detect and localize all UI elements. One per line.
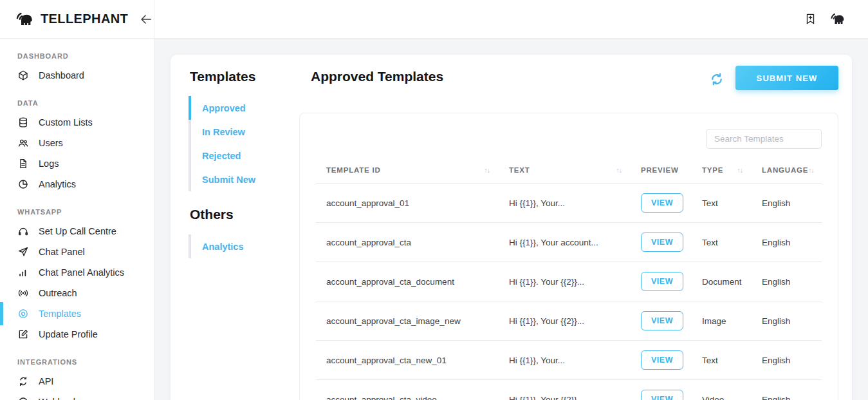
sidebar-item-outreach[interactable]: Outreach (0, 283, 154, 303)
sidebar-item-label: Outreach (39, 288, 77, 298)
elephant-logo-icon (15, 10, 35, 29)
topbar: TELLEPHANT (0, 0, 868, 39)
main-area: Templates Approved In Review Rejected Su… (154, 39, 868, 400)
cell-template-id: account_approval_cta (316, 238, 499, 247)
sidebar-item-api[interactable]: API (0, 371, 154, 392)
subnav-submit-new[interactable]: Submit New (189, 167, 298, 191)
table-row: account_approval_cta_image_new Hi {{1}},… (316, 301, 822, 341)
cell-type: Image (692, 316, 752, 326)
sidebar-item-label: Dashboard (39, 70, 84, 81)
headset-icon (17, 225, 29, 237)
sidebar-item-label: Chat Panel (39, 247, 85, 257)
column-header-text[interactable]: TEXT ↑↓ (499, 166, 631, 174)
sidebar-item-label: Custom Lists (39, 117, 93, 128)
view-button[interactable]: VIEW (641, 390, 683, 400)
topbar-actions (804, 11, 868, 27)
sidebar-item-custom-lists[interactable]: Custom Lists (0, 112, 154, 133)
sort-icon: ↑↓ (616, 166, 622, 174)
templates-card: Templates Approved In Review Rejected Su… (171, 55, 852, 400)
table-row: account_approval_cta_video Hi {{1}}. You… (316, 380, 822, 400)
sidebar-item-label: Set Up Call Centre (39, 226, 116, 236)
view-button[interactable]: VIEW (641, 233, 683, 252)
bookmark-add-icon[interactable] (804, 12, 817, 26)
column-header-template-id[interactable]: TEMPLATE ID ↑↓ (316, 166, 499, 174)
templates-table-panel: TEMPLATE ID ↑↓ TEXT ↑↓ PREVIEW TYPE ↑↓ (299, 113, 838, 400)
brand-name: TELLEPHANT (41, 12, 128, 26)
sidebar-item-update-profile[interactable]: Update Profile (0, 324, 154, 345)
column-header-type[interactable]: TYPE ↑↓ (692, 166, 752, 174)
sidebar-item-label: Logs (39, 158, 59, 169)
sort-icon: ↑↓ (737, 166, 743, 174)
table-row: account_approval_cta_new_01 Hi {{1}}, Yo… (316, 341, 822, 380)
column-header-preview: PREVIEW (631, 166, 692, 174)
page-title: Approved Templates (311, 69, 443, 84)
broadcast-icon (17, 287, 29, 299)
table-row: account_approval_cta Hi {{1}}, Your acco… (316, 223, 822, 262)
templates-subnav: Approved In Review Rejected Submit New (189, 96, 298, 191)
subnav-analytics[interactable]: Analytics (189, 234, 298, 258)
view-button[interactable]: VIEW (641, 350, 683, 370)
sidebar-section-integrations: INTEGRATIONS (0, 358, 154, 366)
others-subnav: Analytics (189, 234, 298, 258)
sidebar-item-label: Analytics (39, 179, 76, 189)
sort-icon: ↑↓ (485, 166, 490, 174)
subnav-in-review[interactable]: In Review (189, 120, 298, 144)
sync-icon (17, 376, 29, 387)
cell-text: Hi {{1}}, Your {{2}}... (499, 316, 631, 326)
cell-text: Hi {{1}}, Your... (499, 198, 631, 208)
users-icon (17, 137, 29, 149)
refresh-icon (708, 71, 725, 88)
refresh-button[interactable] (708, 70, 728, 89)
table-row: account_approval_01 Hi {{1}}, Your... VI… (316, 184, 822, 223)
column-header-language[interactable]: LANGUAGE ↑↓ (752, 166, 823, 174)
pie-chart-icon (17, 178, 29, 190)
sidebar-item-logs[interactable]: Logs (0, 153, 154, 174)
elephant-avatar-icon[interactable] (830, 11, 846, 27)
search-input[interactable] (706, 129, 822, 149)
sidebar-item-label: Webhooks (39, 397, 82, 400)
cell-type: Video (692, 395, 752, 400)
sidebar-item-chat-panel-analytics[interactable]: Chat Panel Analytics (0, 262, 154, 283)
cell-text: Hi {{1}}, Your... (499, 356, 631, 365)
sidebar-item-templates[interactable]: Templates (0, 303, 154, 324)
cell-language: English (752, 356, 822, 365)
back-arrow-icon[interactable] (139, 12, 153, 26)
sidebar-item-users[interactable]: Users (0, 133, 154, 153)
subnav-rejected[interactable]: Rejected (189, 144, 298, 167)
send-icon (17, 246, 29, 258)
search-box (706, 129, 822, 149)
sidebar-item-set-up-call-centre[interactable]: Set Up Call Centre (0, 221, 154, 242)
cell-type: Document (692, 277, 752, 287)
cell-template-id: account_approval_cta_document (316, 277, 499, 287)
cell-language: English (752, 238, 822, 247)
cell-template-id: account_approval_01 (316, 198, 499, 208)
sidebar-item-webhooks[interactable]: Webhooks (0, 392, 154, 400)
sidebar-item-chat-panel[interactable]: Chat Panel (0, 242, 154, 262)
cell-language: English (752, 198, 822, 208)
templates-table: TEMPLATE ID ↑↓ TEXT ↑↓ PREVIEW TYPE ↑↓ (316, 157, 822, 400)
sidebar-item-dashboard[interactable]: Dashboard (0, 65, 154, 86)
cell-type: Text (692, 198, 752, 208)
sidebar-section-whatsapp: WHATSAPP (0, 208, 154, 216)
cell-text: Hi {{1}}. Your {{2}}... (499, 277, 631, 287)
cell-text: Hi {{1}}. Your {{2}}... (499, 395, 631, 400)
sidebar-item-label: Update Profile (39, 329, 98, 339)
view-button[interactable]: VIEW (641, 311, 683, 330)
brand: TELLEPHANT (0, 0, 154, 39)
cell-text: Hi {{1}}, Your account... (499, 238, 631, 247)
view-button[interactable]: VIEW (641, 272, 683, 291)
sidebar-item-label: Templates (39, 309, 81, 319)
sidebar-item-label: Chat Panel Analytics (39, 267, 124, 278)
sort-icon: ↑↓ (808, 166, 814, 174)
submit-new-button[interactable]: SUBMIT NEW (735, 66, 838, 90)
view-button[interactable]: VIEW (641, 193, 683, 213)
sidebar-item-analytics[interactable]: Analytics (0, 174, 154, 195)
cell-language: English (752, 277, 822, 287)
templates-nav-title: Templates (190, 69, 255, 84)
bar-chart-icon (17, 267, 29, 278)
subnav-approved[interactable]: Approved (189, 96, 298, 120)
sidebar-item-label: Users (39, 138, 63, 148)
cell-type: Text (692, 356, 752, 365)
database-icon (17, 117, 29, 128)
cell-type: Text (692, 238, 752, 247)
